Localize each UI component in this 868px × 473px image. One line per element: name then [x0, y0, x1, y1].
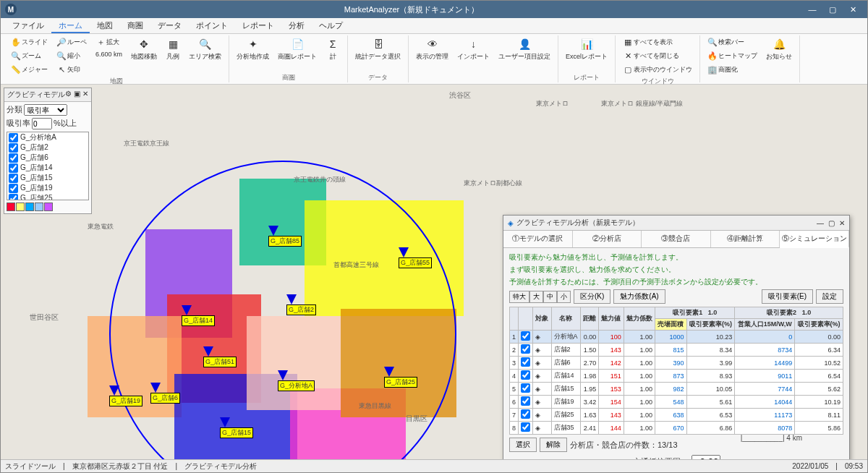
- menu-home[interactable]: ホーム: [51, 18, 90, 33]
- floor-button[interactable]: 🏢商圏化: [705, 63, 760, 76]
- user-settings-button[interactable]: 👤ユーザー項目設定: [495, 35, 553, 63]
- row-check[interactable]: [521, 409, 530, 419]
- menu-data[interactable]: データ: [150, 18, 189, 33]
- table-row[interactable]: 1◈分析地A0.001001.00100010.2300.00: [510, 331, 843, 344]
- dialog-tab[interactable]: ⑤シミュレーション: [780, 231, 849, 248]
- table-row[interactable]: 2◈店舗21.501431.008158.3487346.34: [510, 344, 843, 357]
- row-check[interactable]: [521, 422, 530, 432]
- layer-checkbox[interactable]: [9, 153, 18, 163]
- inform-button[interactable]: 🔔お知らせ: [763, 35, 795, 63]
- layer-item[interactable]: G_分析地A: [7, 132, 88, 142]
- search-bar-button[interactable]: 🔍検索バー: [705, 35, 760, 48]
- release-button[interactable]: 解除: [540, 438, 567, 452]
- table-row[interactable]: 3◈店舗62.701421.003903.991449910.52: [510, 357, 843, 370]
- select-button[interactable]: 選択: [509, 438, 537, 452]
- layer-checkbox[interactable]: [9, 163, 18, 173]
- layer-item[interactable]: G_店舗14: [7, 163, 88, 173]
- slide-button[interactable]: ✋スライド: [8, 35, 51, 48]
- layer-list[interactable]: G_分析地AG_店舗2G_店舗6G_店舗14G_店舗15G_店舗19G_店舗25: [7, 132, 89, 200]
- dialog-min-icon[interactable]: —: [817, 219, 824, 227]
- table-row[interactable]: 5◈店舗151.951531.0098210.0577445.62: [510, 383, 843, 396]
- close-all-button[interactable]: ✕すべてを閉じる: [620, 49, 695, 62]
- ribbon-heatmap-button[interactable]: 🔥ヒートマップ: [705, 49, 760, 62]
- table-row[interactable]: 7◈店舗251.631431.006386.53111738.11: [510, 409, 843, 422]
- layer-checkbox[interactable]: [9, 194, 18, 201]
- color-swatch[interactable]: [7, 203, 15, 211]
- layer-checkbox[interactable]: [9, 133, 18, 142]
- row-check[interactable]: [521, 331, 530, 341]
- dialog-tab[interactable]: ④距離計算: [711, 231, 780, 247]
- loupe-button[interactable]: 🔎ルーペ: [54, 35, 90, 48]
- menu-analyze[interactable]: 分析: [281, 18, 312, 33]
- color-swatch[interactable]: [35, 203, 43, 211]
- import-button[interactable]: ↓インポート: [454, 35, 493, 63]
- map-move-button[interactable]: ✥地図移動: [128, 35, 160, 63]
- table-row[interactable]: 4◈店舗141.981511.008738.9390116.54: [510, 370, 843, 383]
- table-row[interactable]: 6◈店舗193.421541.005485.611404410.19: [510, 396, 843, 409]
- dialog-tab[interactable]: ①モデルの選択: [503, 231, 573, 247]
- dialog-tab[interactable]: ③競合店: [642, 231, 711, 247]
- analysis-work-button[interactable]: ✦分析地作成: [234, 35, 272, 63]
- layer-item[interactable]: G_店舗2: [7, 142, 88, 153]
- map-marker[interactable]: G_店舗6: [150, 383, 180, 404]
- color-swatch[interactable]: [16, 203, 25, 211]
- row-check[interactable]: [521, 383, 530, 393]
- miryoku-button[interactable]: 魅力係数(A): [613, 289, 665, 304]
- arrow-button[interactable]: ↖矢印: [54, 63, 90, 76]
- color-swatch[interactable]: [25, 203, 34, 211]
- menu-file[interactable]: ファイル: [5, 18, 51, 33]
- area-report-button[interactable]: 📄商圏レポート: [275, 35, 320, 63]
- rate-input[interactable]: [32, 118, 52, 129]
- show-all-button[interactable]: ▦すべてを表示: [620, 35, 695, 48]
- measure-button[interactable]: 📏メジャー: [8, 63, 51, 76]
- map-marker[interactable]: G_店舗19: [109, 385, 142, 406]
- map-marker[interactable]: G_店舗55: [399, 247, 432, 268]
- display-mgmt-button[interactable]: 👁表示の管理: [413, 35, 451, 63]
- map-marker[interactable]: G_店舗51: [203, 346, 237, 367]
- row-check[interactable]: [521, 370, 530, 380]
- row-check[interactable]: [521, 396, 530, 406]
- area-search-button[interactable]: 🔍エリア検索: [186, 35, 224, 63]
- data-grid[interactable]: 対象 名称 距離 魅力値 魅力係数 吸引要素1 1.0 吸引要素2 1.0 売場…: [509, 307, 843, 435]
- row-check[interactable]: [521, 357, 530, 367]
- menu-draw[interactable]: 商圏: [120, 18, 150, 33]
- menu-point[interactable]: ポイント: [189, 18, 235, 33]
- layer-item[interactable]: G_店舗25: [7, 193, 88, 200]
- stat-data-button[interactable]: 🗄統計データ選択: [352, 35, 404, 63]
- menu-help[interactable]: ヘルプ: [312, 18, 350, 33]
- shrink-button[interactable]: 🔍縮小: [54, 49, 90, 62]
- table-row[interactable]: 8◈店舗352.411441.006706.8680785.86: [510, 422, 843, 435]
- maximize-button[interactable]: ▢: [822, 2, 843, 17]
- kubun-button[interactable]: 区分(K): [574, 289, 610, 304]
- enlarge-button[interactable]: ＋拡大: [93, 35, 125, 48]
- map-marker[interactable]: G_店舗2: [286, 294, 316, 315]
- size-button[interactable]: 小: [557, 291, 571, 303]
- size-button[interactable]: 中: [543, 291, 557, 303]
- row-check[interactable]: [521, 344, 530, 354]
- traffic-input[interactable]: [692, 455, 720, 459]
- minimize-button[interactable]: —: [802, 2, 822, 17]
- dialog-max-icon[interactable]: ▢: [828, 219, 835, 227]
- map-marker[interactable]: G_店舗25: [384, 367, 417, 388]
- map-marker[interactable]: G_店舗14: [182, 305, 215, 326]
- zoom-button[interactable]: 🔍ズーム: [8, 49, 51, 62]
- show-window-button[interactable]: ▢表示中のウインドウ: [620, 63, 695, 76]
- excel-report-button[interactable]: 📊Excelレポート: [563, 35, 610, 63]
- map-marker[interactable]: G_店舗85: [268, 226, 302, 247]
- dialog-tab[interactable]: ②分析店: [573, 231, 642, 247]
- color-swatch[interactable]: [44, 203, 53, 211]
- menu-map[interactable]: 地図: [90, 18, 120, 33]
- layer-checkbox[interactable]: [9, 143, 18, 153]
- map-marker[interactable]: G_店舗15: [220, 417, 253, 438]
- layer-item[interactable]: G_店舗6: [7, 153, 88, 163]
- legend-button[interactable]: ▦凡例: [163, 35, 183, 63]
- suction-button[interactable]: 吸引要素(E): [762, 289, 813, 304]
- calc-button[interactable]: Σ計: [323, 35, 343, 63]
- dialog-settings-button[interactable]: 設定: [816, 289, 843, 304]
- panel-gears-icon[interactable]: ⚙ ▣ ✕: [65, 90, 88, 100]
- layer-checkbox[interactable]: [9, 184, 18, 193]
- map-canvas[interactable]: 渋谷区 目黒区 世田谷区 京王電鉄京王線 京王電鉄井の頭線 東急電鉄 東急目黒線…: [1, 85, 867, 459]
- size-button[interactable]: 大: [529, 291, 543, 303]
- layer-item[interactable]: G_店舗19: [7, 183, 88, 193]
- map-marker[interactable]: G_分析地A: [278, 370, 315, 391]
